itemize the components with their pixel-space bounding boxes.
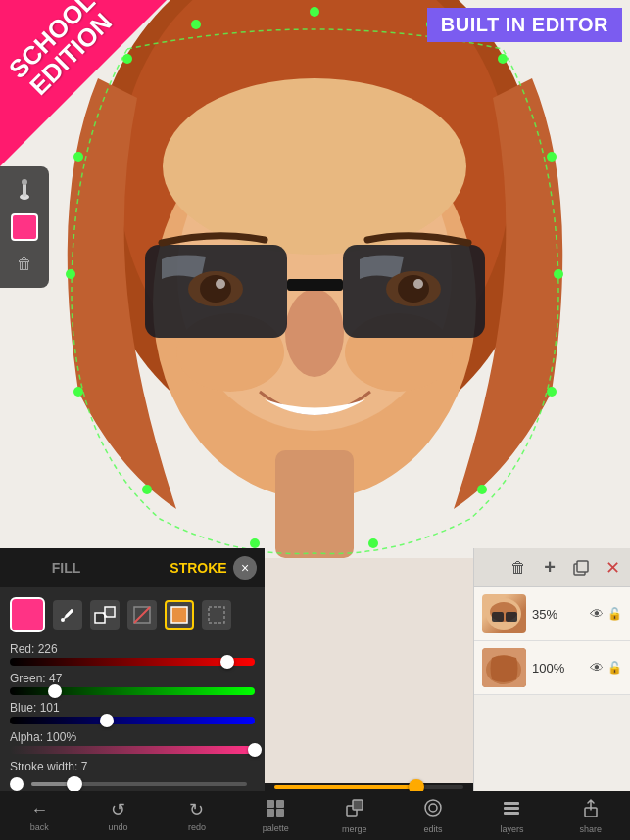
green-slider-thumb[interactable]: [48, 684, 62, 698]
delete-icon[interactable]: 🗑: [9, 249, 40, 280]
merge-button[interactable]: merge: [315, 798, 394, 834]
blue-slider-group: Blue: 101: [10, 701, 255, 724]
stroke-width-thumb[interactable]: [67, 776, 82, 792]
layers-panel: 🗑 + ✕ 35% 👁 🔓: [473, 548, 630, 791]
stroke-tools: [10, 597, 255, 632]
svg-rect-43: [209, 607, 224, 623]
layers-button[interactable]: layers: [472, 798, 551, 834]
red-slider-thumb[interactable]: [220, 655, 234, 669]
red-slider-track[interactable]: [10, 658, 255, 666]
blue-slider-track[interactable]: [10, 717, 255, 724]
svg-point-32: [250, 538, 260, 548]
panel-close-button[interactable]: ×: [233, 556, 257, 580]
stroke-width-track[interactable]: [31, 782, 247, 786]
progress-bar-container: [265, 783, 473, 791]
svg-rect-62: [504, 812, 519, 815]
svg-rect-35: [23, 183, 26, 197]
built-in-editor-badge: BUILT IN EDITOR: [427, 8, 622, 42]
green-slider-track[interactable]: [10, 687, 255, 695]
layer-add-button[interactable]: +: [536, 554, 563, 582]
no-stroke-tool[interactable]: [127, 600, 157, 630]
svg-point-15: [216, 279, 225, 289]
blue-slider-thumb[interactable]: [100, 714, 114, 727]
svg-rect-57: [353, 800, 363, 810]
red-label: Red: 226: [10, 642, 255, 656]
svg-point-30: [142, 485, 152, 494]
edits-button[interactable]: edits: [394, 798, 472, 834]
fill-tab[interactable]: FILL: [0, 548, 132, 587]
svg-point-23: [498, 54, 508, 64]
layers-toolbar: 🗑 + ✕: [474, 548, 630, 587]
layer-2-opacity: 100%: [532, 661, 590, 676]
svg-point-28: [73, 387, 83, 397]
layer-2-visibility-button[interactable]: 👁: [590, 660, 604, 676]
solid-stroke-tool[interactable]: [165, 600, 194, 630]
panel-body: Red: 226 Green: 47 Blue: 101 Alpha: 100%: [0, 587, 265, 807]
svg-point-31: [477, 485, 487, 494]
layer-item: 100% 👁 🔓: [474, 641, 630, 695]
stroke-width-min-indicator: [10, 777, 24, 791]
edits-icon: [423, 798, 443, 822]
svg-rect-55: [276, 809, 284, 817]
svg-rect-60: [504, 802, 519, 805]
svg-point-29: [547, 387, 557, 397]
back-button[interactable]: ← back: [0, 800, 78, 832]
svg-point-37: [61, 618, 65, 622]
svg-point-25: [547, 152, 557, 162]
alpha-slider-track[interactable]: [10, 746, 255, 754]
dashed-stroke-tool[interactable]: [202, 600, 231, 630]
fill-stroke-tabs: FILL STROKE ×: [0, 548, 265, 587]
svg-point-33: [368, 538, 378, 548]
svg-rect-45: [577, 561, 588, 572]
svg-rect-42: [171, 607, 187, 623]
svg-rect-53: [276, 800, 284, 808]
redo-button[interactable]: ↻ redo: [158, 799, 236, 832]
stroke-color-preview[interactable]: [10, 597, 45, 632]
layer-1-visibility-button[interactable]: 👁: [590, 606, 604, 622]
alpha-slider-thumb[interactable]: [248, 743, 262, 757]
layer-1-lock-button[interactable]: 🔓: [607, 607, 622, 621]
brush-tool-icon[interactable]: [9, 174, 40, 206]
layer-1-thumbnail: [482, 594, 526, 633]
layer-item: 35% 👁 🔓: [474, 587, 630, 641]
redo-icon: ↻: [189, 799, 204, 820]
svg-rect-49: [506, 612, 517, 622]
alpha-slider-group: Alpha: 100%: [10, 730, 255, 754]
svg-point-27: [554, 269, 563, 279]
left-toolbar: 🗑: [0, 166, 49, 288]
green-slider-group: Green: 47: [10, 672, 255, 695]
layers-icon: [502, 798, 521, 822]
layer-2-thumbnail: [482, 648, 526, 687]
layer-2-lock-button[interactable]: 🔓: [607, 661, 622, 675]
svg-point-26: [66, 269, 75, 279]
layer-close-button[interactable]: ✕: [599, 554, 626, 582]
red-slider-group: Red: 226: [10, 642, 255, 666]
svg-point-17: [398, 275, 429, 303]
share-icon: [581, 798, 601, 822]
layer-duplicate-button[interactable]: [567, 554, 595, 582]
layer-1-opacity: 35%: [532, 607, 590, 622]
svg-point-58: [425, 800, 441, 816]
eyedropper-tool[interactable]: [53, 600, 82, 630]
back-icon: ←: [30, 800, 48, 820]
undo-icon: ↺: [111, 799, 125, 820]
blue-label: Blue: 101: [10, 701, 255, 715]
progress-track[interactable]: [274, 785, 463, 789]
palette-button[interactable]: palette: [236, 799, 315, 833]
layer-trash-button[interactable]: 🗑: [505, 554, 532, 582]
school-edition-text: SCHOOL EDITION: [0, 0, 125, 109]
share-button[interactable]: share: [552, 798, 630, 834]
svg-rect-61: [504, 807, 519, 810]
svg-point-20: [191, 20, 201, 29]
svg-rect-48: [492, 612, 504, 622]
stroke-width-label: Stroke width: 7: [10, 760, 255, 773]
green-label: Green: 47: [10, 672, 255, 685]
color-swatch[interactable]: [11, 213, 38, 241]
svg-point-36: [22, 179, 27, 185]
svg-rect-54: [267, 809, 274, 817]
bottom-bar: ← back ↺ undo ↻ redo palette merge edits…: [0, 791, 630, 840]
alpha-label: Alpha: 100%: [10, 730, 255, 744]
stroke-width-slider-group: Stroke width: 7: [10, 760, 255, 791]
stroke-fill-tool[interactable]: [90, 600, 120, 630]
undo-button[interactable]: ↺ undo: [78, 799, 157, 832]
